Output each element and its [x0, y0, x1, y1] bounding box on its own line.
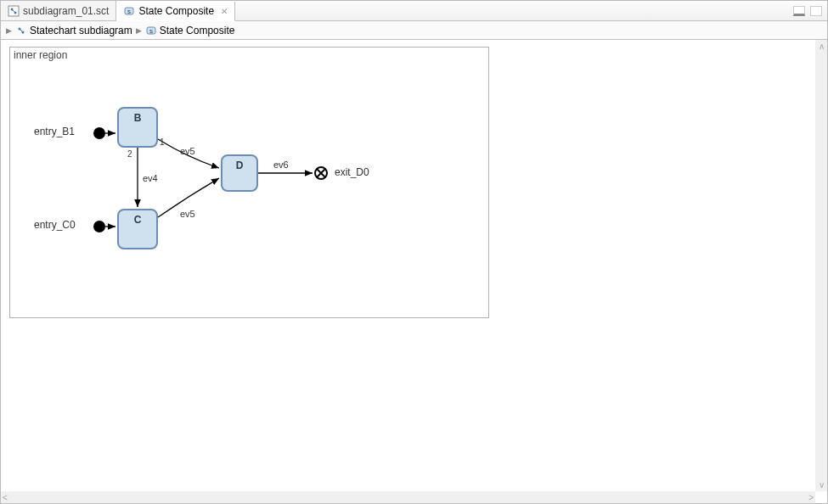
window-controls: [793, 1, 827, 20]
scroll-right-icon[interactable]: >: [807, 491, 815, 504]
vertical-scrollbar[interactable]: ∧ ∨: [815, 40, 827, 491]
breadcrumb-item-state[interactable]: s State Composite: [145, 25, 235, 36]
entry-label-c0: entry_C0: [34, 219, 76, 231]
breadcrumb: ▶ Statechart subdiagram ▶ s State Compos…: [1, 21, 827, 40]
state-c[interactable]: C: [117, 209, 158, 249]
breadcrumb-label: State Composite: [160, 25, 235, 36]
statechart-file-icon: [8, 5, 20, 17]
close-icon[interactable]: ✕: [221, 7, 228, 16]
state-label: B: [134, 112, 142, 124]
state-icon: s: [123, 5, 135, 17]
transition-label-ev5-cd: ev5: [180, 209, 195, 219]
minimize-button[interactable]: [793, 6, 805, 16]
entry-node-b1[interactable]: [93, 127, 105, 139]
entry-label-b1: entry_B1: [34, 126, 75, 137]
transition-label-ev4: ev4: [143, 173, 158, 183]
scroll-down-icon[interactable]: ∨: [817, 479, 826, 491]
tab-label: State Composite: [138, 5, 214, 17]
horizontal-scrollbar[interactable]: < >: [1, 491, 815, 503]
editor-area: inner region entry_B1 entry_C0 B C D exi…: [1, 40, 827, 503]
scroll-up-icon[interactable]: ∧: [817, 40, 826, 53]
svg-text:s: s: [149, 27, 153, 35]
chevron-right-icon: ▶: [6, 26, 12, 35]
entry-node-c0[interactable]: [93, 221, 105, 232]
chevron-right-icon: ▶: [136, 26, 142, 35]
svg-line-8: [20, 30, 22, 31]
port-label-1: 1: [160, 137, 165, 147]
transition-label-ev6: ev6: [273, 160, 289, 170]
tab-state-composite[interactable]: s State Composite ✕: [116, 2, 235, 21]
state-icon: s: [145, 25, 157, 36]
port-label-2: 2: [127, 149, 132, 159]
state-d[interactable]: D: [221, 154, 258, 192]
state-label: C: [134, 214, 142, 226]
exit-node-d0[interactable]: [314, 166, 328, 180]
state-b[interactable]: B: [117, 107, 158, 148]
breadcrumb-label: Statechart subdiagram: [30, 25, 132, 36]
diagram-canvas[interactable]: inner region entry_B1 entry_C0 B C D exi…: [1, 40, 815, 491]
statechart-icon: [15, 25, 27, 36]
breadcrumb-item-root[interactable]: Statechart subdiagram: [15, 25, 132, 36]
tab-subdiagram[interactable]: subdiagram_01.sct: [1, 1, 116, 20]
transition-label-ev5-bd: ev5: [180, 146, 195, 156]
tab-bar: subdiagram_01.sct s State Composite ✕: [1, 1, 827, 21]
tab-label: subdiagram_01.sct: [23, 5, 109, 17]
scroll-left-icon[interactable]: <: [1, 491, 9, 504]
region-title: inner region: [14, 49, 67, 61]
svg-text:s: s: [127, 8, 131, 15]
region-inner[interactable]: inner region entry_B1 entry_C0 B C D exi…: [9, 47, 489, 318]
maximize-button[interactable]: [810, 6, 822, 16]
exit-label-d0: exit_D0: [335, 166, 369, 178]
state-label: D: [236, 160, 244, 171]
